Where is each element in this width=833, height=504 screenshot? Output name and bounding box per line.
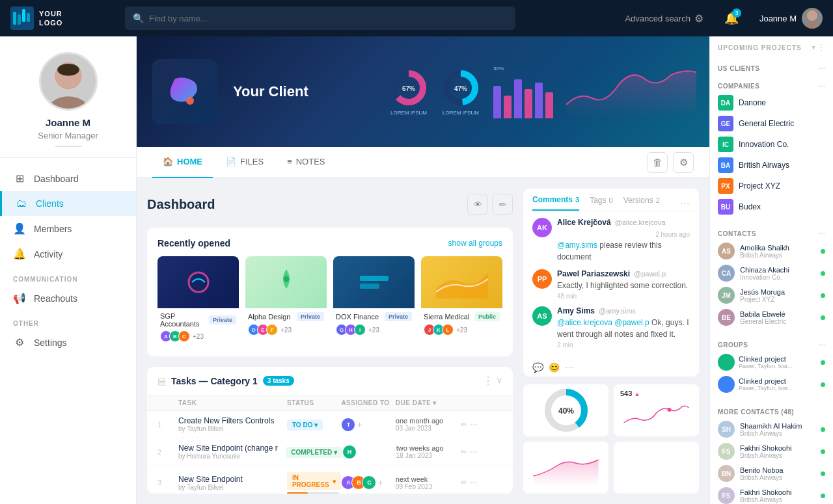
thumb-name-sierra: Sierra Medical <box>424 313 469 321</box>
view-button[interactable]: 👁 <box>467 194 488 215</box>
tab-tags-count: 0 <box>609 196 613 204</box>
sidebar-item-dashboard[interactable]: ⊞ Dashboard <box>0 166 136 191</box>
tab-versions[interactable]: Versions 2 <box>623 196 660 210</box>
online-indicator <box>821 249 825 254</box>
comment-time-small: 48 min <box>557 293 690 300</box>
company-name-ba: British Airways <box>739 161 789 170</box>
rp-contact-babila[interactable]: BE Babila Ebwelé General Electric <box>718 306 825 328</box>
tab-comments[interactable]: Comments 3 <box>532 195 579 211</box>
content-area: Your Client 67% LOREM IPSUM <box>137 36 709 504</box>
thumb-sierra[interactable]: Sierra Medical Public J K L +23 <box>421 256 502 346</box>
contact-info-4: Babila Ebwelé General Electric <box>740 310 815 325</box>
comment-body: Alice Krejčová @alice.krejcova 2 hours a… <box>557 218 690 263</box>
comments-more-icon[interactable]: ⋯ <box>679 197 690 209</box>
rp-item-ic[interactable]: IC Innovation Co. <box>718 134 825 155</box>
us-clients-title: US CLIENTS ⋯ <box>718 65 825 72</box>
tab-home-label: HOME <box>177 157 202 166</box>
tasks-actions: ⋮ ∨ <box>483 375 502 387</box>
thumb-dox[interactable]: DOX Finance Private G H I +23 <box>333 256 415 346</box>
rp-more-contact-3[interactable]: BN Benito Noboa British Airways <box>718 462 825 484</box>
us-clients-more-icon[interactable]: ⋯ <box>819 65 826 72</box>
reply-icon[interactable]: 💬 <box>532 362 543 373</box>
group-info-2: Clinked project Pawel, Tayfun, Ivar... <box>739 377 817 391</box>
more-actions-icon[interactable]: ⋯ <box>565 362 574 373</box>
svg-point-10 <box>57 64 79 76</box>
rp-item-danone[interactable]: DA Danone <box>718 92 825 113</box>
contacts-more-icon[interactable]: ⋯ <box>819 230 826 237</box>
groups-more-icon[interactable]: ⋯ <box>819 341 826 349</box>
emoji-icon[interactable]: 😊 <box>549 362 560 373</box>
task-edit-icon[interactable]: ✏ <box>461 420 467 429</box>
thumb-sgp[interactable]: SGP Accountants Private A B C +23 <box>157 256 239 346</box>
tab-files[interactable]: 📄 FILES <box>215 147 274 178</box>
edit-button[interactable]: ✏ <box>492 194 513 215</box>
more-contact-info-1: Shaamikh Al Hakim British Airways <box>740 422 815 437</box>
comment-body: Pawel Pariaszewski @pawel.p Exactly, I h… <box>557 269 690 300</box>
mini-chart-cards: 40% 543 ▲ <box>523 384 699 494</box>
user-menu[interactable]: Joanne M <box>759 8 823 29</box>
sidebar-item-label: Members <box>34 224 72 234</box>
task-edit-icon[interactable]: ✏ <box>461 478 467 487</box>
task-info: New Site Endpoint (change r by Homura Yu… <box>178 444 286 460</box>
search-input[interactable] <box>149 14 508 23</box>
rp-more-contact-2[interactable]: FS Fakhri Shokoohi British Airways <box>718 440 825 462</box>
task-more-icon[interactable]: ⋯ <box>470 478 478 487</box>
sidebar-item-settings[interactable]: ⚙ Settings <box>0 330 136 355</box>
companies-more-icon[interactable]: ⋯ <box>819 83 826 90</box>
svg-point-5 <box>807 10 817 21</box>
rp-group-1[interactable]: Clinked project Pawel, Tayfun, Ivar... <box>718 351 825 373</box>
contact-info-2: Chinaza Akachi Innovation Co. <box>740 266 815 281</box>
top-nav: YOUR LOGO 🔍 Advanced search ⚙ 🔔 3 Joanne… <box>0 0 833 36</box>
rp-item-ba[interactable]: BA British Airways <box>718 155 825 176</box>
task-by: by Tayfun Bilsel <box>178 425 287 432</box>
search-bar[interactable]: 🔍 <box>125 7 515 30</box>
sidebar-item-clients[interactable]: 🗂 Clients <box>0 191 136 216</box>
delete-button[interactable]: 🗑 <box>647 152 668 173</box>
tasks-more-icon[interactable]: ⋮ <box>483 375 493 387</box>
task-more-icon[interactable]: ⋯ <box>470 447 478 457</box>
files-icon: 📄 <box>226 157 236 166</box>
tab-comments-label: Comments <box>532 195 573 204</box>
rp-group-2[interactable]: Clinked project Pawel, Tayfun, Ivar... <box>718 373 825 395</box>
rp-more-contact-1[interactable]: SH Shaamikh Al Hakim British Airways <box>718 418 825 440</box>
sidebar-item-activity[interactable]: 🔔 Activity <box>0 241 136 267</box>
advanced-search-button[interactable]: Advanced search ⚙ <box>625 12 703 25</box>
table-row: 1 Create New Filters Controls by Tayfun … <box>147 411 513 438</box>
online-indicator <box>821 382 825 387</box>
sidebar-item-reachouts[interactable]: 📢 Reachouts <box>0 285 136 311</box>
task-status[interactable]: IN PROGRESS ▾ <box>287 471 341 494</box>
task-status[interactable]: COMPLETED ▾ <box>286 445 342 458</box>
status-badge-todo: TO DO ▾ <box>287 419 323 431</box>
thumb-alpha[interactable]: Alpha Design Private D E F +23 <box>245 256 327 346</box>
collapse-icon[interactable]: ▤ <box>157 376 166 386</box>
settings-button[interactable]: ⚙ <box>673 152 694 173</box>
rp-controls[interactable]: ▾ ⋮ <box>812 43 825 52</box>
rp-contact-jesus[interactable]: JM Jesús Moruga Project XYZ <box>718 284 825 306</box>
rp-item-bu[interactable]: BU Budex <box>718 196 825 217</box>
mini-chart-donut: 40% <box>523 384 608 436</box>
task-actions: ✏ ⋯ <box>461 478 487 487</box>
task-edit-icon[interactable]: ✏ <box>461 447 467 457</box>
task-more-icon[interactable]: ⋯ <box>470 420 478 429</box>
tab-home[interactable]: 🏠 HOME <box>152 147 213 178</box>
contact-avatar-4: BE <box>718 309 735 326</box>
task-status[interactable]: TO DO ▾ <box>287 418 341 431</box>
tab-notes[interactable]: ≡ NOTES <box>277 147 335 178</box>
status-badge-inprogress: IN PROGRESS ▾ <box>287 472 341 490</box>
rp-contact-amolika[interactable]: AS Amolika Shaikh British Airways <box>718 240 825 262</box>
tab-notes-label: NOTES <box>296 157 325 166</box>
rp-contact-chinaza[interactable]: CA Chinaza Akachi Innovation Co. <box>718 262 825 284</box>
sidebar-navigation: ⊞ Dashboard 🗂 Clients 👤 Members 🔔 Activi… <box>0 158 136 504</box>
comment-time: 2 hours ago <box>655 231 690 238</box>
tab-tags[interactable]: Tags 0 <box>590 196 612 210</box>
rp-item-ge[interactable]: GE General Electric <box>718 113 825 134</box>
sidebar-item-members[interactable]: 👤 Members <box>0 216 136 241</box>
notifications-button[interactable]: 🔔 3 <box>724 11 739 25</box>
tasks-collapse-icon[interactable]: ∨ <box>496 375 502 387</box>
rp-more-contact-4[interactable]: FS Fakhri Shokoohi British Airways <box>718 484 825 504</box>
task-by: by Homura Yunosuke <box>178 453 286 460</box>
rp-item-px[interactable]: PX Project XYZ <box>718 176 825 196</box>
comment-author: Pawel Pariaszewski <box>557 269 630 278</box>
filter-icon: ⚙ <box>694 12 703 25</box>
show-all-groups-link[interactable]: show all groups <box>448 239 502 248</box>
